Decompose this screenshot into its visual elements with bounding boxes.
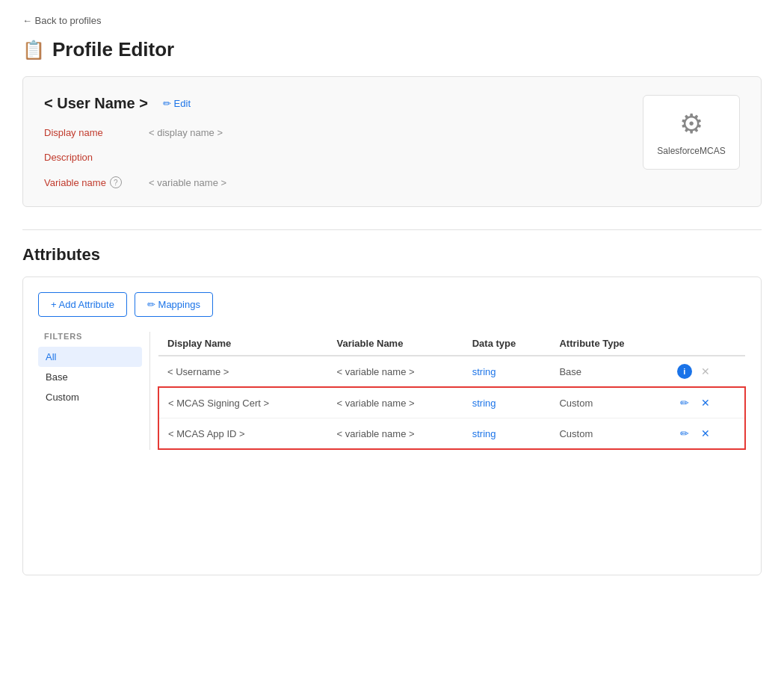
col-data-type: Data type: [463, 332, 551, 356]
cell-variable-name: < variable name >: [328, 387, 463, 418]
variable-name-field-row: Variable name ? < variable name >: [44, 176, 628, 188]
cell-display-name: < MCAS Signing Cert >: [158, 387, 328, 418]
edit-profile-button[interactable]: ✏ Edit: [163, 98, 191, 109]
app-icon-box: ⚙ SalesforceMCAS: [643, 95, 740, 170]
table-header-row: Display Name Variable Name Data type Att…: [158, 332, 745, 356]
app-name: SalesforceMCAS: [657, 146, 725, 156]
edit-icon-button[interactable]: ✏: [677, 426, 692, 441]
cell-attr-type: Base: [550, 356, 667, 387]
cell-data-type: string: [463, 418, 551, 450]
attributes-card: + Add Attribute ✏ Mappings FILTERS All B…: [22, 276, 762, 575]
cell-display-name: < Username >: [158, 356, 328, 387]
table-row: < MCAS App ID > < variable name > string…: [158, 418, 745, 450]
filter-all[interactable]: All: [38, 347, 142, 367]
variable-name-label: Variable name ?: [44, 176, 149, 188]
edit-icon-button[interactable]: ✏: [677, 395, 692, 410]
info-icon-button[interactable]: i: [677, 364, 692, 379]
col-attribute-type: Attribute Type: [550, 332, 667, 356]
col-display-name: Display Name: [158, 332, 328, 356]
profile-name-row: < User Name > ✏ Edit: [44, 95, 628, 112]
cell-attr-type: Custom: [550, 418, 667, 450]
attributes-layout: FILTERS All Base Custom Display Name Var…: [38, 332, 746, 450]
attributes-section-title: Attributes: [22, 245, 762, 265]
display-name-value: < display name >: [149, 127, 223, 138]
cell-actions: i ✕: [668, 356, 745, 387]
profile-card: < User Name > ✏ Edit Display name < disp…: [22, 76, 762, 207]
variable-name-value: < variable name >: [149, 177, 226, 188]
add-attribute-button[interactable]: + Add Attribute: [38, 292, 127, 317]
delete-icon-button[interactable]: ✕: [698, 426, 713, 441]
back-to-profiles-link[interactable]: ← Back to profiles: [22, 15, 762, 26]
description-field-row: Description: [44, 152, 628, 163]
col-variable-name: Variable Name: [328, 332, 463, 356]
profile-name: < User Name >: [44, 95, 148, 112]
profile-info: < User Name > ✏ Edit Display name < disp…: [44, 95, 628, 188]
cell-variable-name: < variable name >: [328, 418, 463, 450]
cell-actions: ✏ ✕: [668, 418, 745, 450]
cell-variable-name: < variable name >: [328, 356, 463, 387]
attributes-table-area: Display Name Variable Name Data type Att…: [150, 332, 746, 450]
delete-icon-disabled: ✕: [698, 364, 713, 379]
table-row: < MCAS Signing Cert > < variable name > …: [158, 387, 745, 418]
filters-header: FILTERS: [38, 332, 142, 341]
cell-data-type: string: [463, 387, 551, 418]
attributes-section: Attributes + Add Attribute ✏ Mappings FI…: [22, 245, 762, 575]
mappings-button[interactable]: ✏ Mappings: [135, 292, 213, 317]
filter-base[interactable]: Base: [38, 367, 142, 387]
display-name-label: Display name: [44, 127, 149, 138]
variable-name-help-icon[interactable]: ?: [110, 176, 122, 188]
cell-data-type: string: [463, 356, 551, 387]
cell-display-name: < MCAS App ID >: [158, 418, 328, 450]
delete-icon-button[interactable]: ✕: [698, 395, 713, 410]
attributes-table: Display Name Variable Name Data type Att…: [158, 332, 746, 450]
app-gear-icon: ⚙: [679, 108, 703, 140]
filter-custom[interactable]: Custom: [38, 387, 142, 407]
description-label: Description: [44, 152, 149, 163]
cell-attr-type: Custom: [550, 387, 667, 418]
filters-panel: FILTERS All Base Custom: [38, 332, 150, 450]
section-divider: [22, 229, 762, 230]
display-name-field-row: Display name < display name >: [44, 127, 628, 138]
profile-editor-icon: 📋: [22, 40, 45, 61]
page-title: 📋 Profile Editor: [22, 38, 762, 61]
attributes-toolbar: + Add Attribute ✏ Mappings: [38, 292, 746, 317]
table-row: < Username > < variable name > string Ba…: [158, 356, 745, 387]
col-actions: [668, 332, 745, 356]
profile-fields: Display name < display name > Descriptio…: [44, 127, 628, 188]
cell-actions: ✏ ✕: [668, 387, 745, 418]
